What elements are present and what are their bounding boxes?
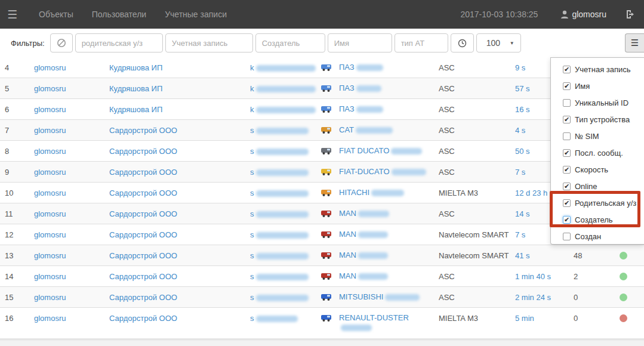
checkbox[interactable]: ✔ — [563, 116, 571, 123]
last-message-link[interactable]: 16 s — [515, 105, 530, 114]
page-size-select[interactable]: 100 ▼ — [476, 33, 521, 52]
column-menu-item[interactable]: ✔Учетная запись — [551, 61, 644, 78]
object-name-link[interactable]: ПАЗ — [339, 84, 381, 92]
last-message-link[interactable]: 7 s — [515, 168, 525, 177]
creator-link[interactable]: s — [250, 126, 309, 135]
device-type-filter-input[interactable] — [395, 33, 448, 52]
object-name-link[interactable]: RENAULT-DUSTER — [339, 313, 409, 322]
nav-item-accounts[interactable]: Учетные записи — [165, 10, 227, 19]
time-filter-button[interactable] — [451, 33, 474, 52]
parent-account-filter-input[interactable] — [75, 33, 163, 52]
account-link[interactable]: glomosru — [34, 209, 66, 218]
account-link[interactable]: glomosru — [34, 84, 66, 93]
column-menu-item[interactable]: ✔Имя — [551, 78, 644, 94]
last-message-link[interactable]: 4 s — [515, 126, 525, 135]
object-name-link[interactable]: FIAT-DUCATO — [339, 167, 426, 176]
creator-link[interactable]: s — [250, 230, 309, 239]
account-link[interactable]: glomosru — [34, 251, 66, 260]
account-link[interactable]: glomosru — [34, 168, 66, 177]
account-link[interactable]: glomosru — [34, 126, 66, 135]
column-menu-item[interactable]: Уникальный ID — [551, 94, 644, 111]
column-menu-item[interactable]: ✔Скорость — [551, 161, 644, 178]
parent-account-link[interactable]: Сардорстрой ООО — [109, 189, 177, 197]
checkbox[interactable]: ✔ — [563, 66, 571, 73]
checkbox[interactable]: ✔ — [563, 216, 571, 224]
object-name-link[interactable]: MAN — [339, 251, 388, 260]
creator-link[interactable]: k — [250, 105, 316, 114]
hamburger-menu-icon[interactable]: ☰ — [7, 8, 20, 21]
object-name-link[interactable]: ПАЗ — [339, 63, 383, 72]
parent-account-link[interactable]: Кудряшова ИП — [109, 105, 162, 114]
creator-link[interactable]: s — [250, 189, 309, 197]
creator-link[interactable]: k — [250, 63, 316, 72]
checkbox[interactable] — [563, 132, 571, 140]
checkbox[interactable]: ✔ — [563, 82, 571, 90]
checkbox[interactable]: ✔ — [563, 183, 571, 190]
parent-account-link[interactable]: Кудряшова ИП — [109, 84, 162, 93]
nav-item-users[interactable]: Пользователи — [92, 10, 146, 19]
creator-link[interactable]: s — [250, 147, 309, 156]
object-name-link[interactable]: MITSUBISHI — [339, 292, 420, 301]
current-user[interactable]: glomosru — [560, 10, 606, 19]
column-menu-item[interactable]: ✔Online — [551, 178, 644, 194]
creator-link[interactable]: s — [250, 251, 309, 260]
column-menu-item[interactable]: ✔Создатель — [551, 211, 644, 228]
account-link[interactable]: glomosru — [34, 63, 66, 72]
last-message-link[interactable]: 1 min 40 s — [515, 272, 551, 281]
checkbox[interactable]: ✔ — [563, 149, 571, 157]
logout-button[interactable] — [625, 10, 636, 19]
name-filter-input[interactable] — [328, 33, 392, 52]
parent-account-link[interactable]: Сардорстрой ООО — [109, 230, 177, 239]
parent-account-link[interactable]: Сардорстрой ООО — [109, 293, 177, 302]
creator-filter-input[interactable] — [255, 33, 325, 52]
object-name-link[interactable]: HITACHI — [339, 188, 404, 197]
creator-link[interactable]: s — [250, 293, 309, 302]
creator-link[interactable]: s — [250, 314, 298, 323]
object-name-link[interactable]: CAT — [339, 125, 393, 134]
parent-account-link[interactable]: Сардорстрой ООО — [109, 251, 177, 260]
last-message-link[interactable]: 41 s — [515, 251, 530, 260]
object-name-link[interactable]: MAN — [339, 271, 388, 280]
parent-account-link[interactable]: Сардорстрой ООО — [109, 147, 177, 156]
checkbox[interactable]: ✔ — [563, 166, 571, 174]
last-message-link[interactable]: 7 s — [515, 230, 525, 239]
last-message-link[interactable]: 14 s — [515, 209, 530, 218]
last-message-link[interactable]: 2 min 24 s — [515, 293, 551, 302]
account-link[interactable]: glomosru — [34, 189, 66, 197]
parent-account-link[interactable]: Сардорстрой ООО — [109, 314, 177, 323]
nav-item-objects[interactable]: Объекты — [39, 10, 73, 19]
account-link[interactable]: glomosru — [34, 105, 66, 114]
account-link[interactable]: glomosru — [34, 272, 66, 281]
column-settings-button[interactable]: ☰ — [625, 33, 644, 52]
account-link[interactable]: glomosru — [34, 314, 66, 323]
checkbox[interactable] — [563, 99, 571, 107]
parent-account-link[interactable]: Сардорстрой ООО — [109, 168, 177, 177]
checkbox[interactable]: ✔ — [563, 199, 571, 207]
parent-account-link[interactable]: Сардорстрой ООО — [109, 209, 177, 218]
last-message-link[interactable]: 9 s — [515, 63, 525, 72]
creator-link[interactable]: k — [250, 84, 316, 93]
account-link[interactable]: glomosru — [34, 147, 66, 156]
object-name-link[interactable]: MAN — [339, 209, 389, 218]
column-menu-item[interactable]: ✔Тип устройства — [551, 111, 644, 128]
column-menu-item[interactable]: ✔Посл. сообщ. — [551, 144, 644, 161]
column-menu-item[interactable]: Создан — [551, 228, 644, 245]
creator-link[interactable]: s — [250, 209, 309, 218]
clear-filters-button[interactable] — [50, 33, 73, 52]
parent-account-link[interactable]: Сардорстрой ООО — [109, 126, 177, 135]
parent-account-link[interactable]: Кудряшова ИП — [109, 63, 162, 72]
account-link[interactable]: glomosru — [34, 230, 66, 239]
last-message-link[interactable]: 5 min — [515, 314, 534, 323]
last-message-link[interactable]: 57 s — [515, 84, 530, 93]
column-menu-item[interactable]: ✔Родительская у/з — [551, 194, 644, 211]
object-name-link[interactable]: MAN — [339, 230, 388, 239]
last-message-link[interactable]: 12 d 23 h — [515, 189, 547, 197]
last-message-link[interactable]: 50 s — [515, 147, 530, 156]
account-link[interactable]: glomosru — [34, 293, 66, 302]
checkbox[interactable] — [563, 233, 571, 240]
creator-link[interactable]: s — [250, 168, 309, 177]
object-name-link[interactable]: FIAT DUCATO — [339, 146, 422, 155]
column-menu-item[interactable]: № SIM — [551, 128, 644, 144]
parent-account-link[interactable]: Сардорстрой ООО — [109, 272, 177, 281]
account-filter-input[interactable] — [165, 33, 253, 52]
